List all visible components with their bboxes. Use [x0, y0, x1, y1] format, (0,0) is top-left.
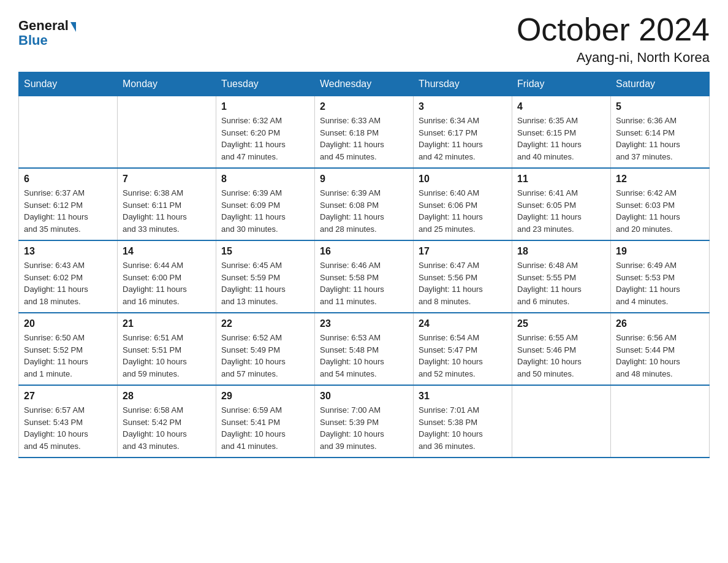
- day-info: Sunrise: 6:39 AM Sunset: 6:08 PM Dayligh…: [320, 187, 408, 235]
- weekday-header-cell: Sunday: [19, 72, 118, 96]
- day-info: Sunrise: 6:44 AM Sunset: 6:00 PM Dayligh…: [123, 259, 211, 307]
- calendar-day-cell: [19, 96, 118, 169]
- day-number: 29: [221, 391, 309, 402]
- day-number: 5: [616, 101, 704, 112]
- day-number: 19: [616, 246, 704, 257]
- logo-blue: Blue: [18, 33, 76, 48]
- logo-text: General Blue: [18, 18, 76, 48]
- day-info: Sunrise: 6:56 AM Sunset: 5:44 PM Dayligh…: [616, 332, 704, 380]
- day-info: Sunrise: 7:00 AM Sunset: 5:39 PM Dayligh…: [320, 404, 408, 452]
- day-info: Sunrise: 6:46 AM Sunset: 5:58 PM Dayligh…: [320, 259, 408, 307]
- calendar-day-cell: 11Sunrise: 6:41 AM Sunset: 6:05 PM Dayli…: [512, 168, 611, 240]
- day-number: 26: [616, 318, 704, 329]
- calendar-day-cell: 18Sunrise: 6:48 AM Sunset: 5:55 PM Dayli…: [512, 240, 611, 313]
- weekday-header-cell: Saturday: [611, 72, 710, 96]
- title-section: October 2024 Ayang-ni, North Korea: [517, 12, 710, 66]
- day-number: 15: [221, 246, 309, 257]
- day-info: Sunrise: 6:55 AM Sunset: 5:46 PM Dayligh…: [517, 332, 605, 380]
- calendar-day-cell: 23Sunrise: 6:53 AM Sunset: 5:48 PM Dayli…: [315, 313, 414, 385]
- day-info: Sunrise: 6:41 AM Sunset: 6:05 PM Dayligh…: [517, 187, 605, 235]
- calendar-day-cell: 2Sunrise: 6:33 AM Sunset: 6:18 PM Daylig…: [315, 96, 414, 169]
- location: Ayang-ni, North Korea: [517, 50, 710, 66]
- day-info: Sunrise: 6:39 AM Sunset: 6:09 PM Dayligh…: [221, 187, 309, 235]
- day-number: 10: [419, 174, 507, 185]
- calendar-day-cell: 19Sunrise: 6:49 AM Sunset: 5:53 PM Dayli…: [611, 240, 710, 313]
- day-info: Sunrise: 6:40 AM Sunset: 6:06 PM Dayligh…: [419, 187, 507, 235]
- calendar-day-cell: 17Sunrise: 6:47 AM Sunset: 5:56 PM Dayli…: [414, 240, 512, 313]
- day-info: Sunrise: 6:47 AM Sunset: 5:56 PM Dayligh…: [419, 259, 507, 307]
- calendar-day-cell: 13Sunrise: 6:43 AM Sunset: 6:02 PM Dayli…: [19, 240, 118, 313]
- day-number: 31: [419, 391, 507, 402]
- calendar-day-cell: 12Sunrise: 6:42 AM Sunset: 6:03 PM Dayli…: [611, 168, 710, 240]
- logo-triangle-icon: [70, 22, 76, 32]
- weekday-header-row: SundayMondayTuesdayWednesdayThursdayFrid…: [19, 72, 710, 96]
- calendar-day-cell: 9Sunrise: 6:39 AM Sunset: 6:08 PM Daylig…: [315, 168, 414, 240]
- calendar-day-cell: [512, 385, 611, 458]
- day-info: Sunrise: 6:32 AM Sunset: 6:20 PM Dayligh…: [221, 115, 309, 163]
- day-number: 1: [221, 101, 309, 112]
- calendar-day-cell: 26Sunrise: 6:56 AM Sunset: 5:44 PM Dayli…: [611, 313, 710, 385]
- calendar-body: 1Sunrise: 6:32 AM Sunset: 6:20 PM Daylig…: [19, 96, 710, 458]
- calendar-day-cell: 29Sunrise: 6:59 AM Sunset: 5:41 PM Dayli…: [216, 385, 315, 458]
- month-title: October 2024: [517, 12, 710, 47]
- day-info: Sunrise: 6:59 AM Sunset: 5:41 PM Dayligh…: [221, 404, 309, 452]
- calendar-day-cell: 10Sunrise: 6:40 AM Sunset: 6:06 PM Dayli…: [414, 168, 512, 240]
- day-info: Sunrise: 6:43 AM Sunset: 6:02 PM Dayligh…: [24, 259, 112, 307]
- day-info: Sunrise: 6:53 AM Sunset: 5:48 PM Dayligh…: [320, 332, 408, 380]
- calendar-table: SundayMondayTuesdayWednesdayThursdayFrid…: [18, 72, 710, 458]
- day-info: Sunrise: 6:38 AM Sunset: 6:11 PM Dayligh…: [123, 187, 211, 235]
- weekday-header-cell: Thursday: [414, 72, 512, 96]
- calendar-day-cell: [611, 385, 710, 458]
- calendar-week-row: 20Sunrise: 6:50 AM Sunset: 5:52 PM Dayli…: [19, 313, 710, 385]
- calendar-day-cell: 8Sunrise: 6:39 AM Sunset: 6:09 PM Daylig…: [216, 168, 315, 240]
- calendar-week-row: 1Sunrise: 6:32 AM Sunset: 6:20 PM Daylig…: [19, 96, 710, 169]
- day-info: Sunrise: 6:33 AM Sunset: 6:18 PM Dayligh…: [320, 115, 408, 163]
- calendar-day-cell: 6Sunrise: 6:37 AM Sunset: 6:12 PM Daylig…: [19, 168, 118, 240]
- calendar-day-cell: [118, 96, 216, 169]
- day-number: 11: [517, 174, 605, 185]
- calendar-day-cell: 14Sunrise: 6:44 AM Sunset: 6:00 PM Dayli…: [118, 240, 216, 313]
- day-info: Sunrise: 6:48 AM Sunset: 5:55 PM Dayligh…: [517, 259, 605, 307]
- day-info: Sunrise: 6:52 AM Sunset: 5:49 PM Dayligh…: [221, 332, 309, 380]
- day-number: 28: [123, 391, 211, 402]
- day-info: Sunrise: 6:57 AM Sunset: 5:43 PM Dayligh…: [24, 404, 112, 452]
- day-number: 16: [320, 246, 408, 257]
- page-header: General Blue October 2024 Ayang-ni, Nort…: [18, 12, 710, 66]
- weekday-header-cell: Tuesday: [216, 72, 315, 96]
- calendar-day-cell: 25Sunrise: 6:55 AM Sunset: 5:46 PM Dayli…: [512, 313, 611, 385]
- calendar-week-row: 13Sunrise: 6:43 AM Sunset: 6:02 PM Dayli…: [19, 240, 710, 313]
- calendar-day-cell: 21Sunrise: 6:51 AM Sunset: 5:51 PM Dayli…: [118, 313, 216, 385]
- weekday-header-cell: Wednesday: [315, 72, 414, 96]
- day-number: 22: [221, 318, 309, 329]
- day-number: 17: [419, 246, 507, 257]
- day-number: 4: [517, 101, 605, 112]
- calendar-day-cell: 20Sunrise: 6:50 AM Sunset: 5:52 PM Dayli…: [19, 313, 118, 385]
- day-number: 9: [320, 174, 408, 185]
- day-info: Sunrise: 6:36 AM Sunset: 6:14 PM Dayligh…: [616, 115, 704, 163]
- day-info: Sunrise: 6:34 AM Sunset: 6:17 PM Dayligh…: [419, 115, 507, 163]
- calendar-day-cell: 27Sunrise: 6:57 AM Sunset: 5:43 PM Dayli…: [19, 385, 118, 458]
- calendar-week-row: 27Sunrise: 6:57 AM Sunset: 5:43 PM Dayli…: [19, 385, 710, 458]
- day-info: Sunrise: 7:01 AM Sunset: 5:38 PM Dayligh…: [419, 404, 507, 452]
- calendar-day-cell: 24Sunrise: 6:54 AM Sunset: 5:47 PM Dayli…: [414, 313, 512, 385]
- day-number: 7: [123, 174, 211, 185]
- calendar-day-cell: 1Sunrise: 6:32 AM Sunset: 6:20 PM Daylig…: [216, 96, 315, 169]
- day-info: Sunrise: 6:49 AM Sunset: 5:53 PM Dayligh…: [616, 259, 704, 307]
- day-number: 24: [419, 318, 507, 329]
- calendar-day-cell: 16Sunrise: 6:46 AM Sunset: 5:58 PM Dayli…: [315, 240, 414, 313]
- day-info: Sunrise: 6:51 AM Sunset: 5:51 PM Dayligh…: [123, 332, 211, 380]
- day-info: Sunrise: 6:37 AM Sunset: 6:12 PM Dayligh…: [24, 187, 112, 235]
- day-number: 30: [320, 391, 408, 402]
- weekday-header-cell: Friday: [512, 72, 611, 96]
- day-number: 13: [24, 246, 112, 257]
- day-number: 3: [419, 101, 507, 112]
- day-info: Sunrise: 6:45 AM Sunset: 5:59 PM Dayligh…: [221, 259, 309, 307]
- day-number: 18: [517, 246, 605, 257]
- calendar-day-cell: 30Sunrise: 7:00 AM Sunset: 5:39 PM Dayli…: [315, 385, 414, 458]
- calendar-day-cell: 28Sunrise: 6:58 AM Sunset: 5:42 PM Dayli…: [118, 385, 216, 458]
- day-info: Sunrise: 6:58 AM Sunset: 5:42 PM Dayligh…: [123, 404, 211, 452]
- day-number: 12: [616, 174, 704, 185]
- calendar-day-cell: 15Sunrise: 6:45 AM Sunset: 5:59 PM Dayli…: [216, 240, 315, 313]
- weekday-header-cell: Monday: [118, 72, 216, 96]
- day-number: 20: [24, 318, 112, 329]
